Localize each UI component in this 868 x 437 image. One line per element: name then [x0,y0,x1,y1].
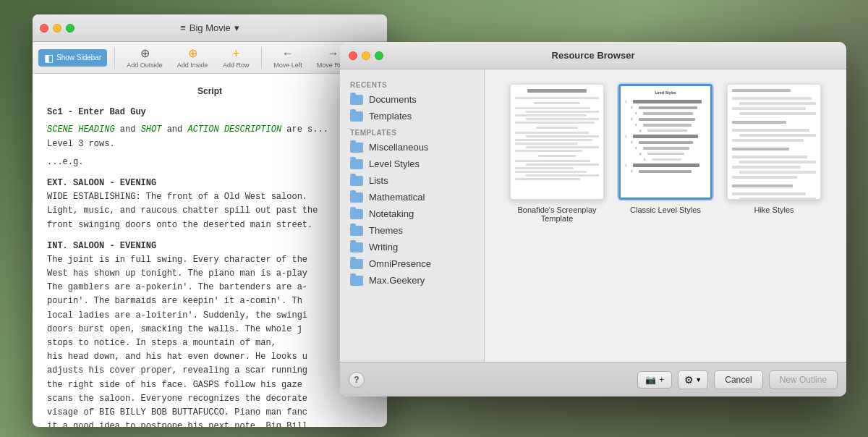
maximize-button[interactable] [66,24,75,33]
add-outside-button[interactable]: ⊕ Add Outside [122,44,167,71]
help-icon: ? [354,375,359,385]
action-desc-text: ACTION DESCRIPTION [187,124,281,135]
preview-line [515,143,578,145]
sidebar-item-label: Writing [369,242,398,253]
cancel-button[interactable]: Cancel [714,370,762,389]
template-item-hike[interactable]: Hike Styles [727,84,821,223]
sidebar-item-label: Templates [369,111,412,122]
template-thumbnail-bonafide [510,84,604,200]
example-text: ...e.g. [47,156,373,169]
classic-preview: Level Styles 1. 2. 3. [621,86,710,177]
folder-icon [350,259,363,269]
sidebar-item-omnipresence[interactable]: OmniPresence [340,255,484,272]
add-inside-button[interactable]: ⊕ Add Inside [173,44,213,71]
resource-browser-window: Resource Browser RECENTS Documents Templ… [340,42,846,396]
folder-icon [350,159,363,169]
sidebar-item-max-geekery[interactable]: Max.Geekery [340,272,484,289]
classic-row: 4. [625,152,706,156]
sidebar-item-themes[interactable]: Themes [340,222,484,239]
sidebar-item-miscellaneous[interactable]: Miscellaneous [340,139,484,156]
classic-row: 3. [625,146,706,150]
classic-row: 4. [625,129,706,132]
preview-line [515,132,589,134]
add-row-button[interactable]: + Add Row [218,45,254,71]
minimize-button[interactable] [53,24,61,33]
rb-traffic-lights [349,51,383,60]
templates-grid: Bonafide's ScreenplayTemplate Level Styl… [499,84,832,223]
int-scene: INT. SALOON - EVENING [47,239,373,253]
preview-line [515,114,587,116]
preview-line [526,111,599,113]
classic-row: 3. [625,123,706,127]
chevron-icon: ▼ [695,376,702,383]
template-item-classic[interactable]: Level Styles 1. 2. 3. [618,84,712,223]
rb-close-button[interactable] [349,51,357,60]
resource-browser-sidebar: RECENTS Documents Templates TEMPLATES Mi… [340,69,485,362]
preview-line [534,102,580,104]
shot-text: SHOT [141,124,162,135]
preview-line [526,174,599,177]
sidebar-item-label: Max.Geekery [369,275,425,286]
action-suffix: are s... [286,124,328,135]
sidebar-item-level-styles[interactable]: Level Styles [340,156,484,172]
classic-row: 1. [625,164,706,167]
sidebar-item-writing[interactable]: Writing [340,239,484,255]
and-2: and [167,124,188,135]
preview-line [526,164,599,166]
sidebar-item-label: Notetaking [369,208,414,219]
recents-section-label: RECENTS [340,77,484,91]
close-button[interactable] [40,24,48,33]
classic-row: 1. [625,100,706,103]
gear-button[interactable]: ⚙ ▼ [678,370,708,389]
show-sidebar-button[interactable]: ◧ Show Sidebar [38,49,107,67]
sidebar-item-mathematical[interactable]: Mathematical [340,189,484,205]
level-text: Level 3 rows. [47,139,115,149]
big-movie-window: ≡ Big Movie ▾ ◧ Show Sidebar ⊕ Add Outsi… [33,14,387,427]
toolbar-separator [114,47,115,69]
template-thumbnail-classic: Level Styles 1. 2. 3. [618,84,712,200]
preview-line [515,150,582,152]
add-icon: + [659,375,664,385]
rb-minimize-button[interactable] [362,51,370,60]
folder-icon [350,242,363,253]
preview-line [515,167,574,169]
folder-icon [350,176,363,186]
template-item-bonafide[interactable]: Bonafide's ScreenplayTemplate [510,84,604,223]
rb-maximize-button[interactable] [375,51,383,60]
traffic-lights [40,24,75,33]
help-button[interactable]: ? [349,372,365,388]
hike-preview [728,85,820,200]
bonafide-preview [511,85,603,184]
wide-text: WIDE ESTABLISHING: The front of a Old We… [47,190,373,232]
scene-heading-text: SCENE HEADING [47,124,115,135]
move-left-icon: ← [282,47,294,60]
action-description: SCENE HEADING and SHOT and ACTION DESCRI… [47,123,373,150]
folder-icon [350,111,363,122]
big-movie-toolbar: ◧ Show Sidebar ⊕ Add Outside ⊕ Add Insid… [33,42,387,74]
folder-icon [350,276,363,286]
script-section-title: Script [47,85,373,98]
preview-line [515,171,587,173]
sidebar-item-templates-recent[interactable]: Templates [340,108,484,124]
sidebar-item-documents[interactable]: Documents [340,91,484,108]
folder-icon [350,226,363,236]
preview-line [536,127,578,129]
classic-row: 2. [625,169,706,173]
preview-line [515,178,580,180]
sidebar-item-lists[interactable]: Lists [340,172,484,189]
and-1: and [120,124,141,135]
move-left-button[interactable]: ← Move Left [269,45,307,71]
classic-header: Level Styles [625,90,706,95]
move-right-icon: → [328,47,339,60]
preview-line [526,135,599,137]
new-outline-button[interactable]: New Outline [769,370,838,389]
sidebar-item-label: Documents [369,94,417,105]
sidebar-icon: ◧ [44,52,54,64]
resource-browser-title: Resource Browser [552,50,635,61]
sidebar-item-notetaking[interactable]: Notetaking [340,205,484,222]
resource-browser-titlebar: Resource Browser [340,42,846,69]
preview-line [515,122,595,124]
add-inside-icon: ⊕ [188,46,197,60]
template-label-bonafide: Bonafide's ScreenplayTemplate [517,205,596,223]
camera-add-button[interactable]: 📷 + [637,371,672,389]
